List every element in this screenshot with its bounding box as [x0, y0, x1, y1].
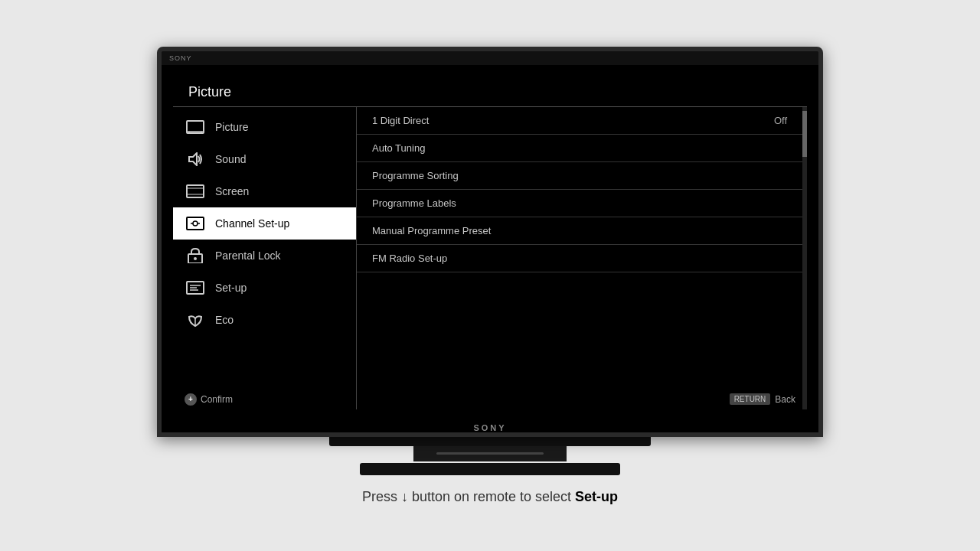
content-label-auto-tuning: Auto Tuning: [372, 142, 425, 154]
content-label-programme-labels: Programme Labels: [372, 197, 456, 209]
menu-header: Picture: [173, 77, 807, 107]
menu-header-title: Picture: [188, 84, 231, 99]
content-item-manual-programme-preset[interactable]: Manual Programme Preset: [357, 217, 802, 245]
content-item-programme-sorting[interactable]: Programme Sorting: [357, 162, 802, 190]
tv-body: SONY Picture: [157, 47, 823, 437]
sidebar-item-eco[interactable]: Eco: [173, 304, 356, 336]
svg-marker-4: [189, 153, 197, 165]
sidebar-label-setup: Set-up: [215, 282, 247, 294]
sidebar-item-channel-setup[interactable]: Channel Set-up: [173, 207, 356, 240]
content-label-programme-sorting: Programme Sorting: [372, 170, 459, 181]
tv-top-bar: SONY: [162, 51, 818, 65]
content-label-fm-radio-setup: FM Radio Set-up: [372, 253, 447, 264]
tv-wrapper: SONY Picture: [157, 47, 823, 475]
sound-icon: [185, 151, 206, 168]
content-item-programme-labels[interactable]: Programme Labels: [357, 190, 802, 217]
menu-body: Picture Sound: [173, 107, 807, 409]
sidebar-label-eco: Eco: [215, 314, 234, 326]
svg-point-13: [194, 257, 197, 260]
screen-icon: [185, 183, 206, 200]
tv-screen: Picture: [162, 65, 818, 432]
confirm-label: Confirm: [201, 394, 233, 405]
scrollbar[interactable]: [802, 107, 807, 409]
channel-icon: [185, 215, 206, 232]
back-label: Back: [775, 394, 795, 405]
status-bar: + Confirm RETURN Back: [185, 393, 795, 406]
tv-stand-connector: [329, 437, 651, 446]
bottom-arrow: ↓: [401, 489, 408, 505]
sidebar-label-parental-lock: Parental Lock: [215, 249, 281, 262]
tv-brand-text: SONY: [169, 54, 192, 62]
sidebar-label-channel-setup: Channel Set-up: [215, 217, 289, 230]
return-button[interactable]: RETURN Back: [730, 393, 795, 405]
menu-container: Picture: [173, 77, 807, 409]
content-label-manual-programme-preset: Manual Programme Preset: [372, 225, 491, 236]
svg-rect-5: [187, 185, 204, 197]
svg-point-9: [193, 221, 198, 226]
sidebar-label-sound: Sound: [215, 153, 246, 165]
confirm-button[interactable]: + Confirm: [185, 393, 233, 406]
return-label: RETURN: [730, 393, 771, 405]
tv-stand-stripe: [436, 452, 544, 455]
sidebar-item-parental-lock[interactable]: Parental Lock: [173, 240, 356, 272]
sidebar-label-screen: Screen: [215, 185, 249, 197]
bottom-middle: button on remote to select: [412, 489, 571, 504]
content-area: 1 Digit Direct Off Auto Tuning Programme…: [357, 107, 802, 409]
content-value-1-digit-direct: Off: [774, 115, 787, 126]
sidebar-item-picture[interactable]: Picture: [173, 111, 356, 143]
tv-stand-middle: [413, 446, 567, 461]
content-item-1-digit-direct[interactable]: 1 Digit Direct Off: [357, 107, 802, 135]
setup-icon: [185, 279, 206, 296]
sidebar-item-setup[interactable]: Set-up: [173, 272, 356, 304]
bottom-instruction: Press ↓ button on remote to select Set-u…: [362, 489, 618, 505]
sidebar-label-picture: Picture: [215, 121, 249, 133]
picture-icon: [185, 119, 206, 135]
eco-icon: [185, 311, 206, 328]
sidebar-item-sound[interactable]: Sound: [173, 143, 356, 175]
bottom-prefix: Press: [362, 489, 397, 504]
parental-icon: [185, 247, 206, 264]
content-item-auto-tuning[interactable]: Auto Tuning: [357, 135, 802, 162]
sidebar-item-screen[interactable]: Screen: [173, 175, 356, 207]
confirm-circle-icon: +: [185, 393, 197, 406]
sidebar: Picture Sound: [173, 107, 357, 409]
bottom-bold: Set-up: [575, 489, 618, 504]
sony-logo: SONY: [473, 423, 506, 432]
content-item-fm-radio-setup[interactable]: FM Radio Set-up: [357, 245, 802, 272]
content-label-1-digit-direct: 1 Digit Direct: [372, 115, 429, 126]
scrollbar-thumb: [802, 111, 807, 157]
tv-base: [360, 463, 620, 475]
svg-rect-8: [187, 217, 204, 230]
